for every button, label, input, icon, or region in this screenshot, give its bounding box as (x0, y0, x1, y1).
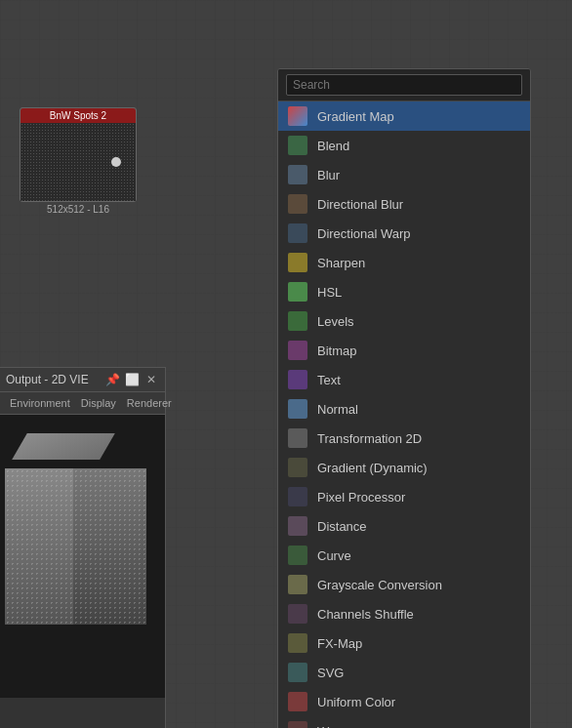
uniform-color-icon (288, 692, 307, 711)
menu-item-gradient-dynamic[interactable]: Gradient (Dynamic) (278, 453, 530, 482)
menu-item-curve[interactable]: Curve (278, 541, 530, 570)
menu-item-label-normal: Normal (317, 402, 358, 417)
menu-item-sharpen[interactable]: Sharpen (278, 248, 530, 277)
menu-item-label-text: Text (317, 373, 341, 387)
filter-dropdown: Gradient MapBlendBlurDirectional BlurDir… (277, 68, 531, 728)
menu-item-label-svg: SVG (317, 666, 344, 680)
menu-item-label-gradient-dynamic: Gradient (Dynamic) (317, 461, 428, 475)
svg-icon (288, 663, 307, 682)
close-icon[interactable]: ✕ (143, 372, 159, 387)
menu-item-gradient-map[interactable]: Gradient Map (278, 101, 530, 131)
menu-item-label-distance: Distance (317, 519, 367, 534)
directional-warp-icon (288, 223, 307, 243)
menu-item-bitmap[interactable]: Bitmap (278, 336, 530, 365)
menu-item-label-gradient-map: Gradient Map (317, 109, 394, 124)
menu-item-label-fx-map: FX-Map (317, 636, 362, 651)
menu-item-label-uniform-color: Uniform Color (317, 695, 395, 709)
menu-item-label-levels: Levels (317, 314, 354, 329)
menu-item-label-curve: Curve (317, 548, 351, 563)
menu-item-svg[interactable]: SVG (278, 658, 530, 687)
bottom-panel-title: Output - 2D VIE (6, 373, 89, 386)
tab-renderer[interactable]: Renderer (122, 395, 177, 411)
cube-face-top (12, 433, 115, 460)
menu-item-label-grayscale-conversion: Grayscale Conversion (317, 578, 442, 592)
blur-icon (288, 165, 307, 184)
menu-item-directional-blur[interactable]: Directional Blur (278, 189, 530, 219)
curve-icon (288, 546, 307, 565)
maximize-icon[interactable]: ⬜ (124, 372, 140, 387)
pin-icon[interactable]: 📌 (104, 372, 120, 387)
node-size-label: 512x512 - L16 (20, 202, 137, 217)
hsl-icon (288, 282, 307, 302)
node-card[interactable]: BnW Spots 2 (20, 107, 137, 202)
cube-face-right (73, 468, 146, 625)
menu-item-hsl[interactable]: HSL (278, 277, 530, 306)
panel-3d-preview (0, 415, 165, 698)
directional-blur-icon (288, 194, 307, 214)
pixel-processor-icon (288, 487, 307, 506)
transformation-2d-icon (288, 428, 307, 448)
fx-map-icon (288, 633, 307, 653)
menu-item-directional-warp[interactable]: Directional Warp (278, 219, 530, 248)
tab-display[interactable]: Display (76, 395, 121, 411)
normal-icon (288, 399, 307, 419)
text-icon (288, 370, 307, 389)
menu-item-blur[interactable]: Blur (278, 160, 530, 189)
menu-list: Gradient MapBlendBlurDirectional BlurDir… (278, 101, 530, 728)
node-card-preview (20, 123, 136, 201)
cube-face-left (5, 468, 78, 625)
menu-item-label-directional-warp: Directional Warp (317, 226, 411, 241)
menu-item-distance[interactable]: Distance (278, 511, 530, 541)
menu-item-label-blend: Blend (317, 139, 349, 153)
menu-item-label-transformation-2d: Transformation 2D (317, 431, 422, 446)
menu-item-pixel-processor[interactable]: Pixel Processor (278, 482, 530, 511)
menu-item-label-pixel-processor: Pixel Processor (317, 490, 405, 505)
menu-item-warp[interactable]: Warp (278, 716, 530, 728)
bottom-panel-header: Output - 2D VIE 📌 ⬜ ✕ (0, 368, 165, 392)
node-card-title: BnW Spots 2 (20, 108, 136, 123)
grayscale-conversion-icon (288, 575, 307, 594)
panel-tabs: Environment Display Renderer (0, 392, 165, 415)
menu-item-fx-map[interactable]: FX-Map (278, 628, 530, 658)
menu-item-label-warp: Warp (317, 724, 347, 729)
menu-item-channels-shuffle[interactable]: Channels Shuffle (278, 599, 530, 628)
menu-item-label-bitmap: Bitmap (317, 344, 356, 358)
menu-item-transformation-2d[interactable]: Transformation 2D (278, 424, 530, 453)
menu-item-label-channels-shuffle: Channels Shuffle (317, 607, 414, 622)
search-box (278, 69, 530, 101)
levels-icon (288, 311, 307, 331)
menu-item-label-sharpen: Sharpen (317, 256, 365, 270)
menu-item-normal[interactable]: Normal (278, 394, 530, 424)
menu-item-grayscale-conversion[interactable]: Grayscale Conversion (278, 570, 530, 599)
menu-item-uniform-color[interactable]: Uniform Color (278, 687, 530, 716)
node-area: BnW Spots 2 512x512 - L16 (20, 107, 137, 217)
menu-item-label-directional-blur: Directional Blur (317, 197, 403, 212)
blend-icon (288, 136, 307, 155)
menu-item-label-hsl: HSL (317, 285, 342, 300)
distance-icon (288, 516, 307, 536)
gradient-map-icon (288, 106, 307, 126)
cube-preview (0, 415, 165, 698)
warp-icon (288, 721, 307, 728)
menu-item-text[interactable]: Text (278, 365, 530, 394)
channels-shuffle-icon (288, 604, 307, 624)
menu-item-levels[interactable]: Levels (278, 306, 530, 336)
gradient-dynamic-icon (288, 458, 307, 477)
search-input[interactable] (286, 74, 522, 96)
tab-environment[interactable]: Environment (5, 395, 75, 411)
bitmap-icon (288, 341, 307, 360)
bottom-panel: Output - 2D VIE 📌 ⬜ ✕ Environment Displa… (0, 367, 166, 728)
menu-item-blend[interactable]: Blend (278, 131, 530, 160)
menu-item-label-blur: Blur (317, 168, 340, 182)
panel-icons: 📌 ⬜ ✕ (104, 372, 159, 387)
sharpen-icon (288, 253, 307, 272)
